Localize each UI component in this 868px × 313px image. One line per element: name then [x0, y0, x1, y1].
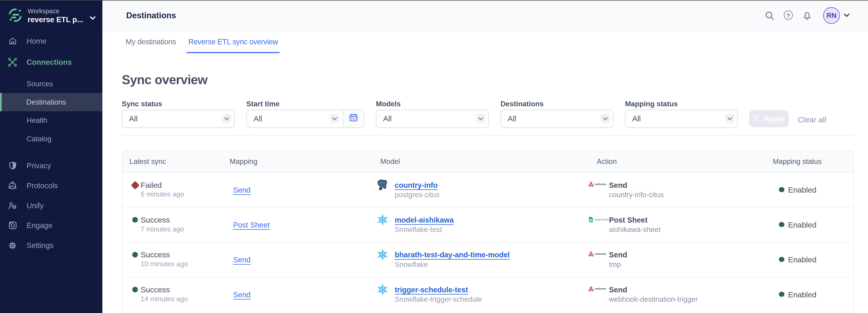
model-link[interactable]: model-aishikawa: [395, 215, 454, 225]
sidebar-item-settings[interactable]: Settings: [0, 236, 102, 255]
calendar-icon-button[interactable]: [343, 110, 364, 127]
avatar[interactable]: RN: [823, 7, 840, 24]
filter-label: Models: [376, 99, 489, 108]
sync-time-text: 10 minutes ago: [141, 259, 188, 269]
help-icon[interactable]: ?: [783, 10, 793, 20]
action-text-block: Sendtmp: [609, 250, 627, 269]
sidebar-item-engage[interactable]: Engage: [0, 215, 102, 236]
mapping-status-cell: Enabled: [773, 255, 854, 264]
filter-start-time: Start timeAll: [246, 99, 365, 128]
protocols-icon: [8, 181, 17, 190]
status-text-block: Success7 minutes ago: [141, 215, 184, 234]
action-cell: Google SheetsPost Sheetaishikawa-sheet: [589, 215, 773, 234]
mapping-cell: Post Sheet: [230, 220, 376, 229]
action-destination-text: country-info-citus: [609, 190, 664, 199]
filter-label: Destinations: [500, 99, 614, 108]
sidebar-item-protocols[interactable]: Protocols: [0, 176, 102, 195]
engage-icon: [8, 221, 17, 230]
failed-status-icon: [129, 180, 141, 199]
action-text-block: Post Sheetaishikawa-sheet: [609, 215, 660, 234]
mapping-status-select[interactable]: All: [625, 109, 738, 128]
status-text-block: Success10 minutes ago: [141, 250, 188, 269]
sidebar-item-destinations[interactable]: Destinations: [0, 93, 102, 111]
tab-reverse-etl-sync-overview[interactable]: Reverse ETL sync overview: [187, 31, 279, 53]
model-link[interactable]: trigger-schedule-test: [395, 285, 468, 294]
app-header-actions: ? RN: [756, 7, 850, 24]
filter-destinations: DestinationsAll: [500, 99, 614, 128]
mapping-link[interactable]: Send: [233, 186, 250, 194]
success-status-icon: [129, 285, 141, 304]
settings-icon: [8, 241, 17, 250]
sidebar-item-label: Settings: [27, 241, 54, 249]
sidebar-item-privacy[interactable]: Privacy: [0, 156, 102, 176]
sync-time-text: 7 minutes ago: [141, 224, 184, 234]
clear-all-button[interactable]: Clear all: [798, 115, 826, 124]
model-cell: bharath-test-day-and-time-modelSnowflake: [376, 248, 589, 271]
sidebar-nav: HomeConnectionsSourcesDestinationsHealth…: [0, 30, 102, 255]
workspace-chevron-down-icon[interactable]: [90, 12, 96, 22]
sidebar-item-connections[interactable]: Connections: [0, 52, 102, 72]
models-select[interactable]: All: [376, 109, 489, 128]
table-row: Success7 minutes agoPost Sheetmodel-aish…: [122, 207, 854, 242]
model-cell: country-infopostgres-citus: [376, 178, 589, 201]
sidebar-item-sources[interactable]: Sources: [0, 75, 102, 93]
model-cell: trigger-schedule-testSnowflake-trigger-s…: [376, 283, 589, 306]
app-header: Destinations ? RN: [102, 0, 868, 31]
column-header-mapping: Mapping: [230, 157, 376, 165]
table-row: Success14 minutes agoSendtrigger-schedul…: [122, 277, 854, 312]
latest-sync-cell: Success7 minutes ago: [122, 215, 230, 234]
latest-sync-cell: Success14 minutes ago: [122, 285, 230, 304]
snowflake-icon: [376, 248, 389, 261]
filter-icon: [753, 114, 760, 123]
sidebar-item-label: Protocols: [27, 181, 58, 190]
action-cell: webhooksSendtmp: [589, 250, 773, 269]
apply-label: Apply: [764, 114, 785, 123]
sync-status-text: Success: [141, 215, 184, 224]
column-header-action: Action: [589, 157, 773, 165]
avatar-chevron-down-icon[interactable]: [844, 13, 850, 17]
connections-icon: [8, 57, 17, 67]
model-link[interactable]: bharath-test-day-and-time-model: [395, 250, 509, 259]
model-text-block: bharath-test-day-and-time-modelSnowflake: [395, 250, 509, 269]
sidebar-item-label: Destinations: [26, 98, 66, 106]
mapping-status-text: Enabled: [788, 185, 816, 194]
mapping-status-cell: Enabled: [773, 185, 854, 194]
notifications-bell-icon[interactable]: [802, 10, 812, 20]
webhooks-logo-icon: webhooks: [589, 285, 609, 304]
mapping-link[interactable]: Send: [233, 290, 250, 299]
search-icon[interactable]: [765, 10, 775, 20]
sync-status-select[interactable]: All: [122, 109, 235, 128]
select-value: All: [383, 114, 392, 123]
model-text-block: trigger-schedule-testSnowflake-trigger-s…: [395, 284, 482, 304]
workspace-name: reverse ETL p...: [28, 15, 85, 24]
apply-button[interactable]: Apply: [749, 110, 789, 127]
destinations-select[interactable]: All: [500, 109, 614, 128]
model-text-block: country-infopostgres-citus: [395, 180, 439, 199]
start-time-select[interactable]: All: [246, 109, 365, 128]
sidebar-item-label: Connections: [27, 58, 72, 66]
model-source-text: Snowflake-test: [395, 225, 454, 234]
sidebar-item-home[interactable]: Home: [0, 30, 102, 52]
mapping-link[interactable]: Post Sheet: [233, 221, 270, 229]
filters-divider: [122, 135, 854, 135]
sidebar-item-health[interactable]: Health: [0, 111, 102, 130]
mapping-status-cell: Enabled: [773, 290, 854, 299]
mapping-link[interactable]: Send: [233, 256, 250, 264]
sidebar-item-catalog[interactable]: Catalog: [0, 130, 102, 148]
sidebar-item-unify[interactable]: Unify: [0, 195, 102, 215]
privacy-icon: [8, 161, 17, 170]
workspace-text: Workspace reverse ETL p...: [28, 7, 85, 24]
sidebar-item-label: Health: [27, 116, 48, 125]
rudderstack-logo-icon: [8, 8, 23, 25]
window-top-strip: [0, 0, 868, 1]
action-destination-text: aishikawa-sheet: [609, 224, 660, 234]
sidebar-item-label: Home: [27, 37, 46, 45]
tab-my-destinations[interactable]: My destinations: [124, 31, 178, 53]
model-source-text: Snowflake-trigger-schedule: [395, 294, 482, 304]
section-heading: Sync overview: [122, 72, 868, 87]
model-link[interactable]: country-info: [395, 180, 438, 190]
latest-sync-cell: Success10 minutes ago: [122, 250, 230, 269]
select-value: All: [632, 114, 641, 123]
table-body: Failed5 minutes agoSendcountry-infopostg…: [122, 173, 854, 312]
workspace-switcher[interactable]: Workspace reverse ETL p...: [0, 0, 102, 25]
